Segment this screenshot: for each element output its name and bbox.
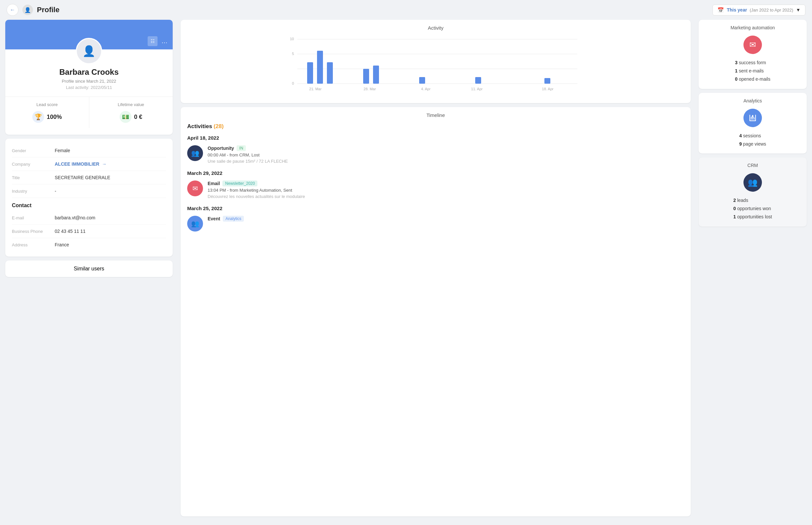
profile-icon: 👤 bbox=[23, 5, 33, 15]
marketing-automation-title: Marketing automation bbox=[705, 25, 800, 30]
arrow-icon: → bbox=[102, 161, 106, 167]
svg-rect-11 bbox=[373, 65, 379, 84]
middle-panel: Activity 10 5 0 bbox=[177, 20, 695, 516]
phone-row: Business Phone 02 43 45 11 11 bbox=[12, 225, 166, 238]
timeline-card: Timeline Activities (28) April 18, 2022 … bbox=[181, 107, 691, 516]
profile-card: 👤 ☷ ⋯ Barbara Crooks Profile since March… bbox=[5, 20, 173, 135]
lead-score-value: 100% bbox=[47, 114, 62, 121]
page-title: Profile bbox=[37, 5, 709, 14]
date-filter[interactable]: 📅 This year (Jan 2022 to Apr 2022) ▼ bbox=[712, 5, 806, 15]
crm-title: CRM bbox=[705, 163, 800, 168]
email-label: E-mail bbox=[12, 215, 55, 220]
activity-chart-card: Activity 10 5 0 bbox=[181, 20, 691, 103]
email-value: barbara.vt@no.com bbox=[55, 215, 95, 220]
company-value[interactable]: ALCEE IMMOBILIER → bbox=[55, 161, 106, 167]
svg-rect-8 bbox=[317, 51, 323, 84]
profile-last-activity: Last activity: 2022/05/11 bbox=[12, 85, 166, 90]
date-filter-label: This year bbox=[727, 7, 747, 13]
address-value: France bbox=[55, 242, 69, 247]
chart-area: 10 5 0 bbox=[187, 36, 684, 95]
lead-score-value-row: 🏆 100% bbox=[32, 111, 62, 123]
marketing-automation-stats: 3 success form 1 sent e-mails 0 opened e… bbox=[735, 59, 770, 84]
money-icon: 💵 bbox=[120, 111, 132, 123]
activity-content-0: Opportunity IN 00:00 AM - from CRM, Lost… bbox=[208, 145, 288, 164]
address-row: Address France bbox=[12, 238, 166, 251]
profile-since: Profile since March 21, 2022 bbox=[12, 79, 166, 84]
lead-score-label: Lead score bbox=[36, 102, 58, 107]
svg-rect-12 bbox=[419, 77, 425, 84]
activity-type-row-2: Event Analytics bbox=[208, 216, 244, 222]
gender-label: Gender bbox=[12, 148, 55, 153]
activity-type-row-0: Opportunity IN bbox=[208, 145, 288, 151]
opportunity-icon: 👥 bbox=[187, 145, 203, 161]
activity-item-email: ✉ Email Newsletter_2020 13:04 PM - from … bbox=[187, 180, 684, 199]
industry-value: - bbox=[55, 189, 56, 194]
more-options-button[interactable]: ⋯ bbox=[160, 39, 169, 46]
activity-desc-0: Une salle de pause 15m² / 72 LA FLECHE bbox=[208, 159, 288, 164]
activity-type-label-0: Opportunity bbox=[208, 146, 234, 151]
analytics-card: Analytics 4 sessions 9 page views bbox=[699, 93, 807, 153]
svg-text:5: 5 bbox=[292, 52, 294, 56]
analytics-icon bbox=[743, 109, 762, 127]
activity-item-event: 👥 Event Analytics bbox=[187, 216, 684, 231]
profile-name: Barbara Crooks bbox=[12, 68, 166, 77]
svg-rect-10 bbox=[363, 69, 369, 84]
gender-value: Female bbox=[55, 148, 70, 153]
lifetime-value-row: 💵 0 € bbox=[120, 111, 142, 123]
svg-rect-7 bbox=[307, 62, 313, 84]
lifetime-value: 0 € bbox=[134, 114, 142, 121]
company-row: Company ALCEE IMMOBILIER → bbox=[12, 158, 166, 171]
date-group-march25: March 25, 2022 bbox=[187, 206, 684, 211]
avatar-container: 👤 bbox=[76, 38, 102, 64]
activity-content-1: Email Newsletter_2020 13:04 PM - from Ma… bbox=[208, 180, 305, 199]
title-value: SECRETAIRE GENERALE bbox=[55, 175, 110, 180]
activity-tag-0: IN bbox=[237, 145, 246, 151]
avatar: 👤 bbox=[76, 38, 102, 64]
profile-details: Gender Female Company ALCEE IMMOBILIER →… bbox=[5, 139, 173, 257]
company-label: Company bbox=[12, 162, 55, 167]
back-button[interactable]: ← bbox=[6, 4, 18, 16]
activity-time-1: 13:04 PM - from Marketing Automation, Se… bbox=[208, 188, 305, 193]
activity-type-label-1: Email bbox=[208, 181, 220, 186]
lifetime-value-label: Lifetime value bbox=[118, 102, 144, 107]
profile-header-bg: 👤 ☷ ⋯ bbox=[5, 20, 173, 49]
activity-desc-1: Découvrez les nouvelles actualités sur l… bbox=[208, 194, 305, 199]
svg-text:28. Mar: 28. Mar bbox=[364, 87, 376, 91]
lifetime-value-item: Lifetime value 💵 0 € bbox=[89, 97, 173, 128]
activities-heading: Activities (28) bbox=[187, 123, 684, 130]
svg-text:18. Apr: 18. Apr bbox=[542, 87, 553, 91]
contact-heading: Contact bbox=[12, 198, 166, 211]
crm-card: CRM 👥 2 leads 0 opportunies won 1 opport… bbox=[699, 158, 807, 227]
svg-rect-9 bbox=[327, 62, 333, 84]
address-label: Address bbox=[12, 242, 55, 247]
title-label: Title bbox=[12, 175, 55, 180]
event-activity-icon: 👥 bbox=[187, 216, 203, 231]
date-filter-range: (Jan 2022 to Apr 2022) bbox=[750, 7, 793, 13]
date-group-march29: March 29, 2022 bbox=[187, 170, 684, 176]
scores-row: Lead score 🏆 100% Lifetime value 💵 0 € bbox=[5, 96, 173, 128]
activity-tag-1: Newsletter_2020 bbox=[222, 180, 257, 186]
activity-time-0: 00:00 AM - from CRM, Lost bbox=[208, 152, 288, 158]
svg-text:21. Mar: 21. Mar bbox=[309, 87, 322, 91]
svg-rect-14 bbox=[544, 78, 550, 84]
industry-label: Industry bbox=[12, 189, 55, 194]
timeline-title: Timeline bbox=[187, 112, 684, 118]
crm-stats: 2 leads 0 opportunies won 1 opportunitie… bbox=[733, 196, 772, 221]
main-layout: 👤 ☷ ⋯ Barbara Crooks Profile since March… bbox=[0, 20, 812, 522]
trophy-icon: 🏆 bbox=[32, 111, 44, 123]
activity-tag-2: Analytics bbox=[223, 216, 244, 222]
analytics-title: Analytics bbox=[705, 98, 800, 103]
chevron-down-icon: ▼ bbox=[796, 7, 800, 13]
title-row: Title SECRETAIRE GENERALE bbox=[12, 171, 166, 184]
svg-text:10: 10 bbox=[290, 37, 294, 41]
grid-icon-button[interactable]: ☷ bbox=[148, 36, 158, 46]
lead-score-item: Lead score 🏆 100% bbox=[5, 97, 89, 128]
left-panel: 👤 ☷ ⋯ Barbara Crooks Profile since March… bbox=[5, 20, 177, 516]
marketing-automation-card: Marketing automation ✉ 3 success form 1 … bbox=[699, 20, 807, 89]
similar-users-card[interactable]: Similar users bbox=[5, 260, 173, 277]
activity-item-opportunity: 👥 Opportunity IN 00:00 AM - from CRM, Lo… bbox=[187, 145, 684, 164]
calendar-icon: 📅 bbox=[718, 7, 724, 13]
gender-row: Gender Female bbox=[12, 144, 166, 158]
svg-text:0: 0 bbox=[292, 81, 294, 85]
svg-text:4. Apr: 4. Apr bbox=[421, 87, 431, 91]
